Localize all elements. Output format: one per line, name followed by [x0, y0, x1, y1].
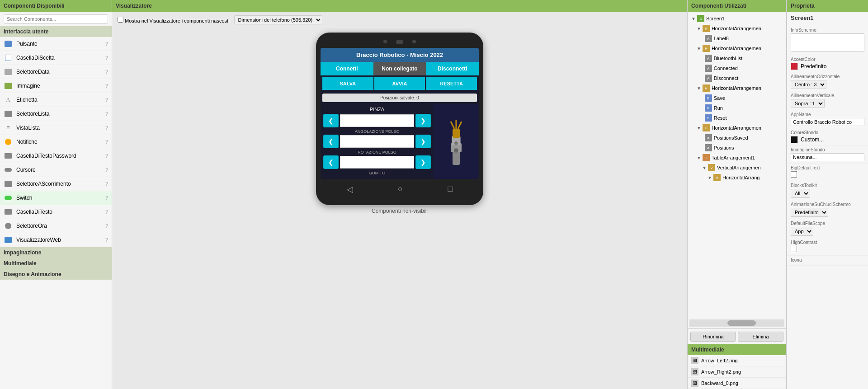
- component-selettore-scorrimento[interactable]: SelettoreAScorrimento ?: [0, 177, 112, 191]
- label-icon: A: [705, 35, 712, 42]
- phone-gomito-label: GOMITO: [323, 171, 431, 175]
- animazione-select[interactable]: Predefinito: [791, 208, 828, 217]
- tree-item-connected[interactable]: A Connected: [698, 63, 786, 73]
- phone-angolazione-value: [340, 135, 414, 148]
- prop-infoschermo-input[interactable]: [791, 33, 864, 52]
- phone-angolazione-left[interactable]: ❮: [323, 135, 339, 148]
- allineamento-vert-select[interactable]: Sopra : 1: [791, 99, 825, 108]
- phone-pinza-left[interactable]: ❮: [323, 114, 339, 127]
- phone-nav-connetti[interactable]: Connetti: [321, 62, 373, 75]
- tree-item-positions[interactable]: A Positions: [698, 143, 786, 153]
- component-pulsante[interactable]: Pulsante ?: [0, 37, 112, 51]
- phone-notch: [321, 40, 479, 44]
- defaultfilescope-select[interactable]: App: [791, 227, 813, 236]
- phone-nav-disconnetti[interactable]: Disconnetti: [426, 62, 479, 75]
- dimension-select[interactable]: Dimensioni del telefono (505,320): [234, 15, 322, 24]
- component-casella-testo[interactable]: CasellaDiTesto ?: [0, 205, 112, 219]
- phone-rotazione-label: ROTAZIONE POLSO: [323, 150, 431, 155]
- prop-accentcolor: AccentColor Predefinito: [787, 55, 868, 72]
- component-selettore-lista[interactable]: SelettoreLista ?: [0, 107, 112, 121]
- tree-item-harrangement3[interactable]: ▼ H HorizontalArrangemen: [693, 83, 786, 93]
- show-hidden-checkbox[interactable]: [118, 17, 123, 23]
- section-impaginazione[interactable]: Impaginazione: [0, 247, 112, 258]
- center-toolbar: Mostra nel Visualizzatore i componenti n…: [112, 12, 687, 28]
- prop-allineamento-vert: AllineamentoVerticale Sopra : 1: [787, 91, 868, 110]
- blockstoolkit-select[interactable]: All: [791, 189, 810, 198]
- tree-item-harrangement1[interactable]: ▼ H HorizontalArrangemen: [693, 23, 786, 33]
- tree-item-varrangement[interactable]: ▼ V VerticalArrangemen: [698, 163, 786, 173]
- prop-immaginesfondo: ImmagineSfondo: [787, 145, 868, 164]
- textbox-icon: [4, 207, 13, 216]
- tree-scrollbar[interactable]: [727, 320, 756, 326]
- section-multimediale[interactable]: Multimediale: [0, 258, 112, 269]
- phone-positions-label: Posizioni salvate: 0: [322, 94, 477, 102]
- component-list: Interfaccia utente Pulsante ? CasellaDiS…: [0, 26, 112, 389]
- prop-defaultfilescope: DefaultFileScope App: [787, 219, 868, 238]
- highcontrast-checkbox[interactable]: [791, 246, 797, 252]
- tree-item-tablearrangement1[interactable]: ▼ T TableArrangement1: [693, 153, 786, 163]
- bigdefaulttext-checkbox[interactable]: [791, 171, 797, 178]
- component-selettore-data[interactable]: SelettoreData ?: [0, 65, 112, 79]
- phone-control-row-pinza: ❮ ❯: [323, 114, 431, 127]
- appname-input[interactable]: [791, 118, 864, 126]
- tree-item-harrangement2[interactable]: ▼ H HorizontalArrangemen: [693, 43, 786, 53]
- component-switch[interactable]: Switch ?: [0, 191, 112, 205]
- tree-scrollbar-area[interactable]: [689, 319, 784, 327]
- tree-item-harrangement4[interactable]: ▼ H HorizontalArrangemen: [693, 123, 786, 133]
- phone-recent-icon[interactable]: □: [448, 184, 453, 194]
- phone-nav-non-collegato[interactable]: Non collegato: [373, 62, 426, 75]
- media-item-arrow-left[interactable]: 🖼 Arrow_Left2.png: [688, 355, 786, 366]
- tree-item-disconnect[interactable]: A Disconnect: [698, 73, 786, 83]
- component-cursore[interactable]: Cursore ?: [0, 163, 112, 177]
- phone-back-icon[interactable]: ◁: [347, 184, 353, 194]
- prop-coloresfondo: ColoreSfondo Custom...: [787, 128, 868, 145]
- phone-btn-resetta[interactable]: RESETTA: [426, 77, 477, 90]
- phone-home-icon[interactable]: ○: [398, 184, 403, 194]
- section-interfaccia[interactable]: Interfaccia utente: [0, 26, 112, 37]
- phone-pinza-right[interactable]: ❯: [415, 114, 431, 127]
- tree-item-harrangeinner[interactable]: ▼ H HorizontalArrang: [704, 173, 786, 183]
- immaginesfondo-input[interactable]: [791, 153, 864, 161]
- component-etichetta[interactable]: A Etichetta ?: [0, 93, 112, 107]
- allineamento-orizz-select[interactable]: Centro : 3: [791, 80, 826, 89]
- section-disegno[interactable]: Disegno e Animazione: [0, 269, 112, 280]
- tree-item-run[interactable]: B Run: [698, 103, 786, 113]
- phone-angolazione-label: ANGOLAZIONE POLSO: [323, 129, 431, 134]
- component-vista-lista[interactable]: ≡ VistaLista ?: [0, 121, 112, 135]
- media-item-arrow-right[interactable]: 🖼 Arrow_Right2.png: [688, 366, 786, 378]
- component-selettore-ora[interactable]: SelettoreOra ?: [0, 219, 112, 233]
- layout-icon-4: H: [703, 124, 710, 131]
- phone-btn-salva[interactable]: SALVA: [322, 77, 373, 90]
- media-item-backward[interactable]: 🖼 Backward_0.png: [688, 378, 786, 389]
- tree-item-reset[interactable]: B Reset: [698, 113, 786, 123]
- save-btn-icon: B: [705, 94, 712, 102]
- component-notifiche[interactable]: Notifiche ?: [0, 135, 112, 149]
- tree-item-screen1[interactable]: ▼ S Screen1: [688, 14, 786, 23]
- phone-rotazione-left[interactable]: ❮: [323, 155, 339, 169]
- button-icon: [4, 39, 13, 48]
- accentcolor-swatch[interactable]: [791, 63, 798, 70]
- phone-controls: PINZA ❮ ❯ ANGOLAZIONE POLSO ❮: [321, 104, 434, 179]
- component-immagine[interactable]: Immagine ?: [0, 79, 112, 93]
- component-casella-discelta[interactable]: CasellaDiScelta ?: [0, 51, 112, 65]
- delete-button[interactable]: Elimina: [738, 332, 783, 342]
- image-icon: [4, 81, 13, 90]
- component-casella-testo-password[interactable]: CasellaDiTestoPassword ?: [0, 149, 112, 163]
- vlayout-icon: V: [708, 164, 715, 171]
- component-visualizzatore-web[interactable]: VisualizzatoreWeb ?: [0, 233, 112, 247]
- phone-camera: [396, 40, 403, 44]
- tree-item-label8[interactable]: A Label8: [698, 33, 786, 43]
- phone-rotazione-right[interactable]: ❯: [415, 155, 431, 169]
- search-input[interactable]: [4, 14, 108, 23]
- image-thumb-icon-2: 🖼: [691, 368, 698, 375]
- run-btn-icon: B: [705, 104, 712, 112]
- tree-item-positionssaved[interactable]: A PositionsSaved: [698, 133, 786, 143]
- tree-item-bluetoothlist[interactable]: A BluetoothList: [698, 53, 786, 63]
- tree-item-save[interactable]: B Save: [698, 93, 786, 103]
- components-nonvisibili-label: Componenti non-visibili: [372, 208, 428, 214]
- phone-btn-avvia[interactable]: AVVIA: [374, 77, 425, 90]
- phone-angolazione-right[interactable]: ❯: [415, 135, 431, 148]
- rename-button[interactable]: Rinomina: [690, 332, 736, 342]
- properties-component-name: Screen1: [787, 12, 868, 24]
- coloresfondo-swatch[interactable]: [791, 136, 798, 143]
